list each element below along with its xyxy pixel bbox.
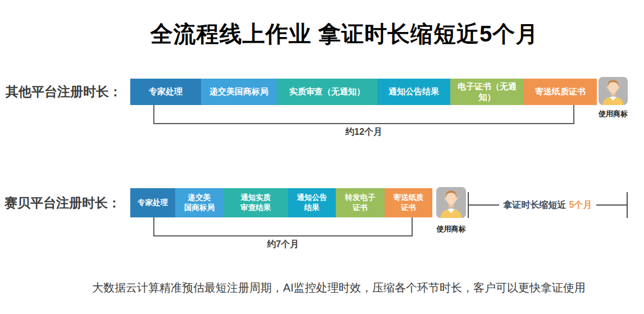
bracket-line xyxy=(469,204,499,206)
step-expert-handling: 专家处理 xyxy=(130,79,201,105)
step-substantive-review: 实质审查（无通知） xyxy=(277,79,377,105)
step-submit-uspto: 递交美国商标局 xyxy=(201,79,277,105)
step-expert-handling-saibei: 专家处理 xyxy=(130,188,175,217)
step-publication-result-saibei: 通知公告 结果 xyxy=(288,188,336,217)
duration-bracket-other xyxy=(153,105,574,124)
step-review-result-notice-saibei: 通知实质 审查结果 xyxy=(223,188,288,217)
bracket-end-right xyxy=(627,192,628,218)
row-label-saibei-platform: 赛贝平台注册时长： xyxy=(4,188,121,217)
step-e-certificate: 电子证书（无通知） xyxy=(450,79,524,105)
row-label-other-platforms: 其他平台注册时长： xyxy=(6,79,122,105)
time-saved-bracket: 拿证时长缩短近5个月 xyxy=(468,192,628,218)
step-paper-certificate-saibei: 寄送纸质 证书 xyxy=(385,188,432,217)
page-title: 全流程线上作业 拿证时长缩短近5个月 xyxy=(45,19,644,49)
avatar-label-saibei: 使用商标 xyxy=(431,224,472,234)
duration-label-other: 约12个月 xyxy=(153,126,574,138)
avatar-label-other: 使用商标 xyxy=(593,109,633,119)
person-icon xyxy=(436,187,466,218)
trademark-user-avatar xyxy=(599,77,628,105)
footer-note: 大数据云计算精准预估最短注册周期，AI监控处理时效，压缩各个环节时长，客户可以更… xyxy=(34,280,644,295)
step-publication-result: 通知公告结果 xyxy=(377,79,450,105)
time-saved-prefix: 拿证时长缩短近 xyxy=(504,200,567,210)
step-paper-certificate: 寄送纸质证书 xyxy=(524,79,597,105)
bracket-line xyxy=(596,204,627,206)
time-saved-value: 5个月 xyxy=(569,200,592,210)
step-submit-uspto-saibei: 递交美 国商标局 xyxy=(175,188,223,217)
step-forward-e-certificate-saibei: 转发电子 证书 xyxy=(336,188,385,217)
duration-bracket-saibei xyxy=(153,217,413,236)
time-saved-text: 拿证时长缩短近5个月 xyxy=(499,199,597,211)
infographic-root: 全流程线上作业 拿证时长缩短近5个月 其他平台注册时长： 专家处理 递交美国商标… xyxy=(0,0,644,314)
duration-label-saibei: 约7个月 xyxy=(153,239,413,251)
trademark-user-avatar-saibei xyxy=(436,187,466,218)
person-icon xyxy=(599,77,628,105)
